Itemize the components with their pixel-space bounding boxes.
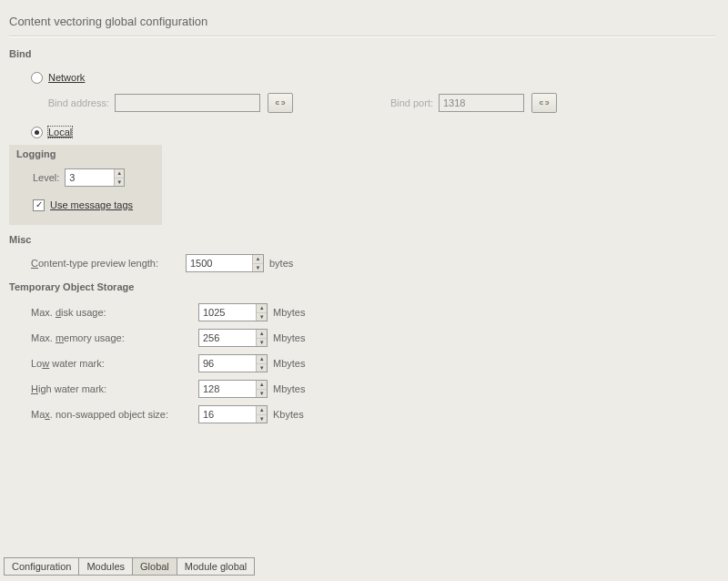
spin-up-icon[interactable]: ▲: [115, 169, 124, 178]
tos-stepper[interactable]: ▲▼: [198, 380, 268, 398]
spin-buttons[interactable]: ▲▼: [256, 406, 267, 423]
bottom-tabs: ConfigurationModulesGlobalModule global: [4, 557, 255, 576]
link-icon: [537, 98, 551, 107]
logging-level-label: Level:: [33, 172, 65, 183]
logging-level-stepper[interactable]: ▲▼: [65, 168, 125, 187]
spin-buttons[interactable]: ▲▼: [256, 330, 267, 346]
spin-up-icon[interactable]: ▲: [257, 330, 267, 339]
tos-stepper[interactable]: ▲▼: [198, 303, 268, 321]
logging-section-head: Logging: [16, 147, 155, 165]
spin-down-icon[interactable]: ▼: [257, 313, 267, 321]
network-radio[interactable]: [31, 72, 43, 84]
tos-stepper[interactable]: ▲▼: [198, 329, 268, 347]
spin-buttons[interactable]: ▲▼: [256, 355, 267, 372]
tos-input[interactable]: [199, 355, 256, 372]
spin-up-icon[interactable]: ▲: [257, 406, 267, 415]
bind-port-input[interactable]: [439, 94, 524, 112]
bind-port-link-button[interactable]: [531, 93, 557, 113]
tab-module-global[interactable]: Module global: [177, 557, 256, 576]
tos-unit: Mbytes: [273, 307, 305, 318]
tab-configuration[interactable]: Configuration: [4, 557, 79, 576]
tos-unit: Mbytes: [273, 383, 305, 394]
tos-label: Max. memory usage:: [31, 332, 198, 343]
tos-stepper[interactable]: ▲▼: [198, 405, 268, 423]
tos-input[interactable]: [199, 304, 256, 321]
tos-unit: Kbytes: [273, 409, 304, 420]
spin-down-icon[interactable]: ▼: [115, 178, 124, 187]
preview-length-label: CContent-type preview length:ontent-type…: [31, 258, 186, 269]
spin-up-icon[interactable]: ▲: [257, 355, 267, 364]
page-title: Content vectoring global configuration: [9, 9, 715, 36]
tos-label: Low water mark:: [31, 358, 198, 369]
spin-down-icon[interactable]: ▼: [257, 364, 267, 372]
bind-section-head: Bind: [9, 45, 715, 65]
spin-up-icon[interactable]: ▲: [257, 381, 267, 390]
misc-section-head: Misc: [9, 230, 715, 250]
tos-input[interactable]: [199, 406, 256, 423]
tos-label: Max. disk usage:: [31, 307, 198, 318]
tos-unit: Mbytes: [273, 332, 305, 343]
network-radio-label: Network: [48, 72, 85, 83]
spin-down-icon[interactable]: ▼: [257, 339, 267, 347]
bind-address-label: Bind address:: [31, 97, 115, 108]
tab-global[interactable]: Global: [132, 557, 177, 576]
tos-unit: Mbytes: [273, 358, 305, 369]
divider: [9, 36, 715, 37]
logging-box: Logging Level: ▲▼ Use message tags: [9, 145, 162, 225]
use-message-tags-checkbox[interactable]: [33, 199, 45, 211]
tos-label: Max. non-swapped object size:: [31, 409, 198, 420]
bind-address-input[interactable]: [115, 94, 260, 112]
spin-down-icon[interactable]: ▼: [253, 264, 263, 272]
link-icon: [273, 98, 288, 107]
tos-input[interactable]: [199, 381, 256, 397]
tos-label: High water mark:: [31, 383, 198, 394]
bind-port-label: Bind port:: [329, 97, 439, 108]
bind-address-link-button[interactable]: [268, 93, 293, 113]
tab-modules[interactable]: Modules: [78, 557, 133, 576]
spin-buttons[interactable]: ▲▼: [252, 255, 263, 271]
spin-buttons[interactable]: ▲▼: [256, 304, 267, 321]
preview-length-input[interactable]: [187, 255, 252, 271]
spin-down-icon[interactable]: ▼: [257, 415, 267, 423]
local-radio[interactable]: [31, 127, 43, 138]
local-radio-label: Local: [48, 127, 72, 138]
use-message-tags-label: Use message tags: [50, 199, 133, 210]
spin-up-icon[interactable]: ▲: [257, 304, 267, 313]
tos-input[interactable]: [199, 330, 256, 346]
preview-length-stepper[interactable]: ▲▼: [186, 254, 264, 272]
spin-down-icon[interactable]: ▼: [257, 390, 267, 398]
tos-stepper[interactable]: ▲▼: [198, 354, 268, 372]
spin-buttons[interactable]: ▲▼: [256, 381, 267, 397]
preview-length-unit: bytes: [269, 258, 293, 269]
spin-up-icon[interactable]: ▲: [253, 255, 263, 264]
tos-section-head: Temporary Object Storage: [9, 278, 715, 298]
logging-level-input[interactable]: [66, 169, 114, 186]
spin-buttons[interactable]: ▲▼: [114, 169, 124, 186]
